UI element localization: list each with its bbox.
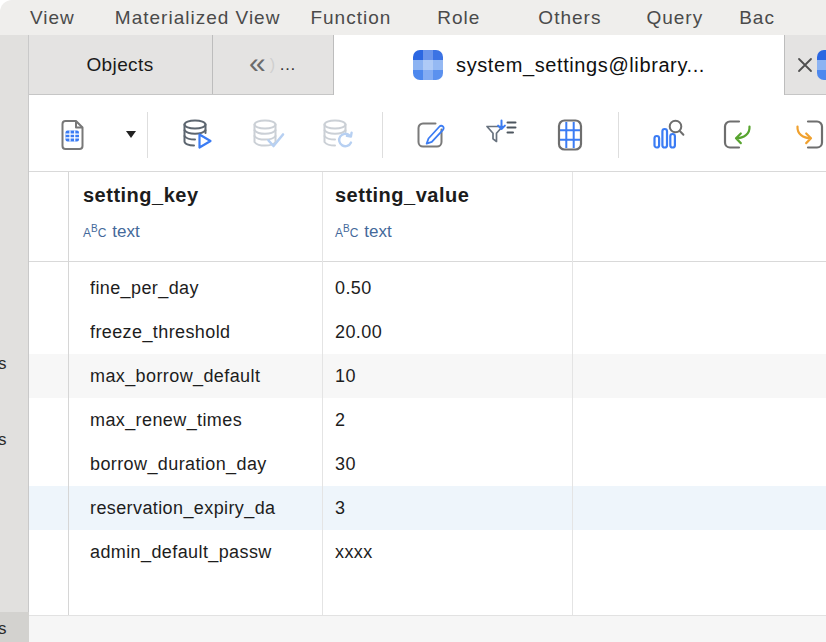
grid-column-line	[572, 172, 573, 615]
toolbar-separator	[618, 112, 619, 158]
type-label: text	[364, 222, 391, 241]
cell-setting-value[interactable]: 20.00	[335, 310, 575, 354]
table-row: fine_per_day 0.50	[29, 266, 826, 310]
column-name: setting_key	[83, 184, 199, 207]
abc-type-icon: ABC	[83, 223, 106, 241]
menu-item-backup[interactable]: Bac	[739, 7, 775, 29]
table-row: admin_default_passw xxxx	[29, 530, 826, 574]
cell-setting-value[interactable]: xxxx	[335, 530, 575, 574]
filter-sort-button[interactable]	[480, 115, 520, 155]
table-row: borrow_duration_day 30	[29, 442, 826, 486]
tab-title: system_settings@library...	[456, 54, 705, 77]
discard-changes-button[interactable]	[317, 115, 357, 155]
menu-item-function[interactable]: Function	[310, 7, 391, 29]
column-type: ABCtext	[83, 222, 140, 242]
menu-item-materialized-view[interactable]: Materialized View	[115, 7, 281, 29]
cell-setting-value[interactable]: 30	[335, 442, 575, 486]
grid-gutter-line	[68, 172, 69, 615]
sidebar-strip	[0, 35, 29, 612]
database-check-icon	[247, 115, 287, 155]
sidebar-item-fragment[interactable]: s	[0, 619, 7, 639]
table-row: max_renew_times 2	[29, 398, 826, 442]
cell-setting-key[interactable]: freeze_threshold	[90, 310, 320, 354]
database-run-icon	[177, 115, 217, 155]
cell-setting-key[interactable]: fine_per_day	[90, 266, 320, 310]
tab-system-settings[interactable]: system_settings@library...	[333, 35, 785, 95]
grid-view-button[interactable]	[550, 115, 590, 155]
abc-type-icon: ABC	[335, 223, 358, 241]
tab-objects[interactable]: Objects	[28, 35, 213, 94]
menu-item-view[interactable]: View	[30, 7, 75, 29]
run-query-button[interactable]	[177, 115, 217, 155]
next-tab-partial-icon[interactable]	[817, 50, 826, 80]
column-type: ABCtext	[335, 222, 392, 242]
cell-setting-value[interactable]: 10	[335, 354, 575, 398]
cell-setting-key[interactable]: reservation_expiry_da	[90, 486, 320, 530]
toolbar-separator	[382, 112, 383, 158]
import-arrow-icon	[717, 115, 757, 155]
filter-sort-icon	[480, 115, 520, 155]
grid-icon	[550, 115, 590, 155]
toolbar-separator	[147, 112, 148, 158]
cell-setting-key[interactable]: borrow_duration_day	[90, 442, 320, 486]
cell-setting-key[interactable]: admin_default_passw	[90, 530, 320, 574]
menu-item-others[interactable]: Others	[538, 7, 601, 29]
grid-column-line	[322, 172, 323, 615]
tab-collapsed-list[interactable]: « ) …	[213, 35, 333, 94]
table-document-icon	[52, 115, 92, 155]
menu-item-query[interactable]: Query	[646, 7, 703, 29]
table-grid-icon	[413, 50, 443, 80]
type-label: text	[112, 222, 139, 241]
grid-footer-band	[29, 615, 826, 642]
sidebar-item-fragment[interactable]: s	[0, 354, 7, 374]
table-row: max_borrow_default 10	[29, 354, 826, 398]
close-icon	[796, 56, 814, 74]
apply-changes-button[interactable]	[247, 115, 287, 155]
export-arrow-icon	[790, 115, 826, 155]
cell-setting-key[interactable]: max_renew_times	[90, 398, 320, 442]
cell-setting-key[interactable]: max_borrow_default	[90, 354, 320, 398]
table-row: reservation_expiry_da 3	[29, 486, 826, 530]
menu-item-role[interactable]: Role	[437, 7, 480, 29]
grid-header: setting_key ABCtext setting_value ABCtex…	[29, 172, 826, 262]
chevron-double-left-icon: «	[249, 48, 266, 78]
pencil-edit-icon	[410, 115, 450, 155]
toolbar	[28, 95, 826, 171]
sidebar-item-fragment[interactable]: s	[0, 430, 7, 450]
column-name: setting_value	[335, 184, 469, 207]
table-view-dropdown-caret[interactable]	[126, 131, 136, 138]
tabbar-right-area	[785, 35, 826, 94]
import-button[interactable]	[717, 115, 757, 155]
ellipsis-label: …	[279, 55, 297, 75]
menu-bar: View Materialized View Function Role Oth…	[0, 0, 826, 35]
bar-chart-search-icon	[647, 115, 687, 155]
table-view-button[interactable]	[52, 115, 92, 155]
table-row: freeze_threshold 20.00	[29, 310, 826, 354]
chart-analyze-button[interactable]	[647, 115, 687, 155]
database-revert-icon	[317, 115, 357, 155]
cell-setting-value[interactable]: 0.50	[335, 266, 575, 310]
cell-setting-value[interactable]: 2	[335, 398, 575, 442]
cell-setting-value[interactable]: 3	[335, 486, 575, 530]
edit-record-button[interactable]	[410, 115, 450, 155]
close-tab-button[interactable]	[796, 56, 814, 74]
export-button[interactable]	[790, 115, 826, 155]
collapsed-tab-fragment: )	[270, 56, 275, 74]
tab-objects-label: Objects	[86, 54, 153, 76]
